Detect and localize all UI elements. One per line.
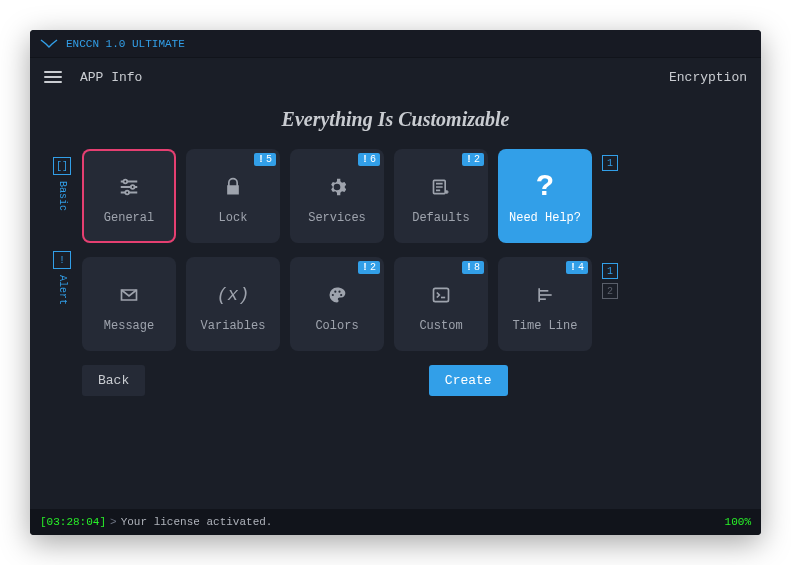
sliders-icon (118, 167, 140, 207)
tile-row-2: Message (x) Variables 2 Colors 8 (82, 257, 731, 351)
status-prompt: > (110, 516, 117, 528)
gear-icon (327, 167, 347, 207)
tile-label: Variables (201, 319, 266, 333)
tile-general[interactable]: General (82, 149, 176, 243)
tile-variables[interactable]: (x) Variables (186, 257, 280, 351)
badge: 6 (358, 153, 380, 166)
badge: 4 (566, 261, 588, 274)
svg-point-4 (131, 185, 135, 189)
tile-label: Defaults (412, 211, 470, 225)
end-mark: 1 (602, 155, 618, 171)
title-bar: ENCCN 1.0 ULTIMATE (30, 30, 761, 58)
svg-point-15 (340, 294, 342, 296)
tile-colors[interactable]: 2 Colors (290, 257, 384, 351)
badge: 2 (358, 261, 380, 274)
headline: Everything Is Customizable (30, 108, 761, 131)
app-window: ENCCN 1.0 ULTIMATE APP Info Encryption E… (30, 30, 761, 535)
tile-label: General (104, 211, 154, 225)
svg-point-13 (334, 291, 336, 293)
tile-defaults[interactable]: 2 Defaults (394, 149, 488, 243)
svg-point-5 (125, 191, 129, 195)
palette-icon (327, 275, 347, 315)
lock-icon (223, 167, 243, 207)
svg-point-14 (338, 291, 340, 293)
badge: 5 (254, 153, 276, 166)
svg-rect-16 (434, 288, 449, 301)
side-mark-alert-box: ! (53, 251, 71, 269)
logo-wings-icon (40, 39, 58, 49)
tile-label: Need Help? (509, 211, 581, 225)
top-bar: APP Info Encryption (30, 58, 761, 96)
tile-row-1: General 5 Lock 6 Services (82, 149, 731, 243)
badge: 2 (462, 153, 484, 166)
page-title: APP Info (80, 70, 142, 85)
tile-grid: General 5 Lock 6 Services (82, 149, 731, 509)
status-message: Your license activated. (121, 516, 273, 528)
content: [] Basic ! Alert General 5 Loc (30, 149, 761, 509)
tile-custom[interactable]: 8 Custom (394, 257, 488, 351)
tile-label: Lock (219, 211, 248, 225)
list-plus-icon (431, 167, 451, 207)
terminal-icon (431, 275, 451, 315)
tile-label: Services (308, 211, 366, 225)
side-label-alert: Alert (57, 275, 68, 305)
badge: 8 (462, 261, 484, 274)
menu-icon[interactable] (44, 71, 62, 83)
tile-help[interactable]: ? Need Help? (498, 149, 592, 243)
end-marks-r1: 1 (602, 149, 628, 171)
side-mark-basic-box: [] (53, 157, 71, 175)
tile-message[interactable]: Message (82, 257, 176, 351)
mail-icon (119, 275, 139, 315)
tile-label: Time Line (513, 319, 578, 333)
question-icon: ? (536, 167, 554, 207)
tile-timeline[interactable]: 4 Time Line (498, 257, 592, 351)
tile-services[interactable]: 6 Services (290, 149, 384, 243)
app-title: ENCCN 1.0 ULTIMATE (66, 38, 185, 50)
side-marks: [] Basic ! Alert (42, 149, 82, 509)
end-marks-r2: 1 2 (602, 257, 628, 299)
tile-label: Custom (419, 319, 462, 333)
tile-label: Colors (315, 319, 358, 333)
button-row: Back . . Create (82, 365, 731, 396)
encryption-link[interactable]: Encryption (669, 70, 747, 85)
end-mark: 1 (602, 263, 618, 279)
status-percent: 100% (725, 516, 751, 528)
svg-point-3 (124, 180, 128, 184)
timeline-icon (535, 275, 555, 315)
svg-point-12 (332, 294, 334, 296)
back-button[interactable]: Back (82, 365, 145, 396)
status-timestamp: [03:28:04] (40, 516, 106, 528)
side-label-basic: Basic (57, 181, 68, 211)
end-mark: 2 (602, 283, 618, 299)
tile-lock[interactable]: 5 Lock (186, 149, 280, 243)
create-button[interactable]: Create (429, 365, 508, 396)
tile-label: Message (104, 319, 154, 333)
status-bar: [03:28:04] > Your license activated. 100… (30, 509, 761, 535)
variables-icon: (x) (217, 275, 249, 315)
